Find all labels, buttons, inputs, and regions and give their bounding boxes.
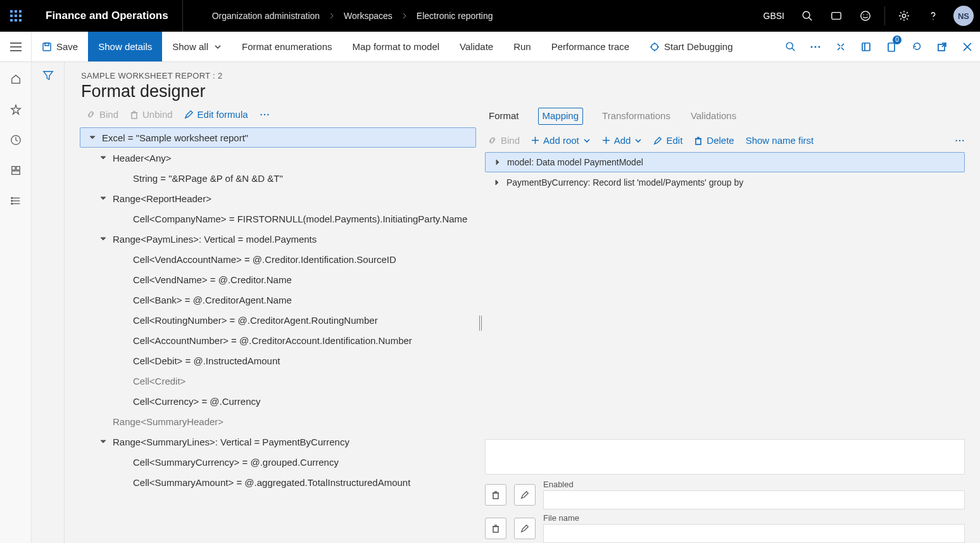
- breadcrumb-item[interactable]: Electronic reporting: [417, 11, 493, 21]
- tree-node[interactable]: Cell<SummaryAmount> = @.aggregated.Total…: [80, 472, 476, 492]
- start-debugging-button[interactable]: Start Debugging: [639, 32, 743, 61]
- toolbar-search-icon[interactable]: [777, 32, 803, 61]
- bind-button[interactable]: Bind: [86, 109, 118, 120]
- expression-field[interactable]: [485, 439, 965, 475]
- avatar[interactable]: NS: [953, 6, 974, 26]
- tree-node[interactable]: Cell<RoutingNumber> = @.CreditorAgent.Ro…: [80, 310, 476, 330]
- add-button[interactable]: Add: [602, 135, 643, 146]
- bind-button[interactable]: Bind: [487, 135, 520, 146]
- home-icon[interactable]: [0, 68, 32, 90]
- modules-icon[interactable]: [0, 190, 32, 212]
- delete-button[interactable]: Delete: [694, 135, 734, 146]
- tree-node[interactable]: Cell<AccountNumber> = @.CreditorAccount.…: [80, 330, 476, 350]
- mapping-node[interactable]: model: Data model PaymentModel: [485, 152, 965, 172]
- save-icon: [42, 42, 52, 52]
- svg-point-26: [815, 46, 817, 48]
- filename-input[interactable]: [543, 524, 965, 543]
- refresh-icon[interactable]: [904, 32, 929, 61]
- breadcrumb-item[interactable]: Organization administration: [212, 11, 320, 21]
- edit-button[interactable]: [514, 518, 536, 539]
- svg-point-44: [11, 203, 12, 205]
- tree-node[interactable]: Range<SummaryHeader>: [80, 411, 476, 431]
- tree-node[interactable]: Cell<CompanyName> = FIRSTORNULL(model.Pa…: [80, 208, 476, 229]
- attachments-icon[interactable]: 0: [879, 32, 904, 61]
- tab-transformations[interactable]: Transformations: [601, 108, 672, 125]
- tree-node[interactable]: Cell<Currency> = @.Currency: [80, 391, 476, 411]
- edit-button[interactable]: [514, 484, 536, 506]
- tab-format[interactable]: Format: [487, 108, 520, 125]
- messages-icon[interactable]: [824, 0, 849, 32]
- svg-point-49: [263, 113, 265, 115]
- mapping-node[interactable]: PaymentByCurrency: Record list 'model/Pa…: [485, 172, 965, 193]
- breadcrumb-item[interactable]: Workspaces: [344, 11, 393, 21]
- filter-icon[interactable]: [42, 70, 54, 543]
- recent-clock-icon[interactable]: [0, 129, 32, 151]
- tree-node[interactable]: Range<SummaryLines>: Vertical = PaymentB…: [80, 431, 476, 452]
- popout-icon[interactable]: [929, 32, 955, 61]
- performance-trace-button[interactable]: Performance trace: [541, 32, 639, 61]
- tree-node[interactable]: Cell<Debit> = @.InstructedAmount: [80, 350, 476, 371]
- connector-icon[interactable]: [828, 32, 853, 61]
- collapse-icon[interactable]: [99, 234, 108, 243]
- tree-node[interactable]: String = "&RPage &P of &N &D &T": [80, 168, 476, 188]
- svg-point-16: [933, 19, 933, 20]
- svg-point-43: [11, 200, 12, 201]
- mapping-tree[interactable]: model: Data model PaymentModel PaymentBy…: [485, 152, 965, 193]
- tree-node[interactable]: Cell<VendAccountName> = @.Creditor.Ident…: [80, 249, 476, 269]
- map-format-to-model-button[interactable]: Map format to model: [342, 32, 450, 61]
- format-tree[interactable]: Excel = "Sample worksheet report" Header…: [80, 127, 476, 543]
- unbind-button[interactable]: Unbind: [130, 109, 173, 120]
- more-icon[interactable]: [955, 139, 965, 143]
- show-name-first-button[interactable]: Show name first: [746, 135, 814, 146]
- expand-icon[interactable]: [493, 178, 501, 187]
- edit-button[interactable]: Edit: [653, 135, 682, 146]
- tree-node[interactable]: Range<PaymLines>: Vertical = model.Payme…: [80, 229, 476, 249]
- nav-toggle-icon[interactable]: [0, 32, 32, 61]
- collapse-icon[interactable]: [99, 194, 108, 203]
- show-details-button[interactable]: Show details: [88, 32, 162, 61]
- svg-point-42: [11, 198, 12, 199]
- format-enumerations-button[interactable]: Format enumerations: [232, 32, 342, 61]
- add-root-button[interactable]: Add root: [531, 135, 591, 146]
- more-icon[interactable]: [260, 113, 270, 117]
- run-button[interactable]: Run: [503, 32, 541, 61]
- office-addins-icon[interactable]: [853, 32, 879, 61]
- edit-formula-button[interactable]: Edit formula: [184, 109, 248, 120]
- close-icon[interactable]: [955, 32, 980, 61]
- workspaces-icon[interactable]: [0, 160, 32, 181]
- app-launcher-icon[interactable]: [0, 0, 32, 32]
- collapse-icon[interactable]: [99, 153, 108, 162]
- tree-node[interactable]: Range<ReportHeader>: [80, 188, 476, 208]
- tree-node[interactable]: Cell<SummaryCurrency> = @.grouped.Curren…: [80, 452, 476, 472]
- pane-splitter[interactable]: [476, 103, 485, 543]
- collapse-icon[interactable]: [99, 437, 108, 446]
- tree-node[interactable]: Cell<VendName> = @.Creditor.Name: [80, 269, 476, 290]
- enabled-input[interactable]: [543, 490, 965, 509]
- clear-button[interactable]: [485, 484, 506, 506]
- settings-gear-icon[interactable]: [891, 0, 917, 32]
- tree-node[interactable]: Cell<Bank> = @.CreditorAgent.Name: [80, 290, 476, 310]
- search-icon[interactable]: [795, 0, 820, 32]
- save-button[interactable]: Save: [32, 32, 88, 61]
- show-all-button[interactable]: Show all: [162, 32, 232, 61]
- clear-button[interactable]: [485, 518, 506, 539]
- collapse-icon[interactable]: [88, 133, 97, 142]
- svg-rect-21: [45, 43, 49, 46]
- more-ellipsis-icon[interactable]: [803, 32, 828, 61]
- feedback-smile-icon[interactable]: [853, 0, 878, 32]
- tab-validations[interactable]: Validations: [689, 108, 738, 125]
- tree-node[interactable]: Cell<Credit>: [80, 371, 476, 391]
- svg-point-50: [267, 113, 268, 115]
- svg-point-48: [260, 113, 261, 115]
- expand-icon[interactable]: [493, 158, 502, 167]
- svg-rect-5: [19, 15, 22, 17]
- tree-node[interactable]: Excel = "Sample worksheet report": [80, 127, 476, 148]
- plus-icon: [531, 136, 539, 144]
- help-icon[interactable]: [920, 0, 946, 32]
- company-code[interactable]: GBSI: [763, 11, 784, 21]
- validate-button[interactable]: Validate: [449, 32, 503, 61]
- tab-mapping[interactable]: Mapping: [538, 108, 584, 125]
- tree-node[interactable]: Header<Any>: [80, 148, 476, 168]
- pencil-icon: [520, 524, 529, 533]
- favorites-star-icon[interactable]: [0, 99, 32, 120]
